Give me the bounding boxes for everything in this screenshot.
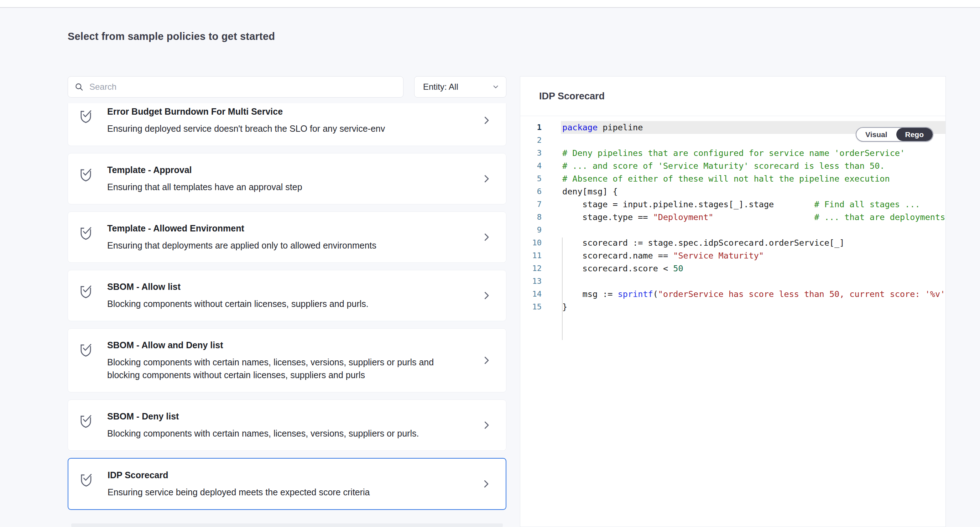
policy-card-title: SBOM - Deny list xyxy=(107,411,463,422)
line-number: 10 xyxy=(520,236,542,249)
policy-card[interactable]: SBOM - Deny list Blocking components wit… xyxy=(68,400,506,451)
rego-code-editor[interactable]: 1package pipeline23# Deny pipelines that… xyxy=(520,116,945,527)
code-line-content: # Deny pipelines that are configured for… xyxy=(561,147,945,159)
line-number: 2 xyxy=(520,134,542,147)
code-line-content xyxy=(561,275,945,288)
policy-card-title: SBOM - Allow and Deny list xyxy=(107,339,463,351)
code-line: 15} xyxy=(520,301,945,314)
chevron-down-icon xyxy=(492,83,500,91)
policy-card-description: Ensuring that deployments are applied on… xyxy=(107,239,440,252)
chevron-right-icon[interactable] xyxy=(481,115,492,126)
toggle-visual-button[interactable]: Visual xyxy=(856,128,896,141)
list-clipped-item-edge xyxy=(71,524,503,527)
shield-check-icon xyxy=(79,413,93,429)
entity-filter-dropdown[interactable]: Entity: All xyxy=(414,76,506,97)
code-line: 8 stage.type == "Deployment" # ... that … xyxy=(520,211,945,224)
policy-card-title: Error Budget Burndown For Multi Service xyxy=(107,106,463,117)
shield-check-icon xyxy=(79,108,93,124)
policy-card-description: Blocking components with certain names, … xyxy=(107,356,440,381)
policy-card[interactable]: Template - Allowed Environment Ensuring … xyxy=(68,212,506,263)
line-number: 12 xyxy=(520,262,542,275)
indent-guide xyxy=(562,237,563,340)
shield-check-icon xyxy=(79,283,93,299)
policy-card-title: Template - Allowed Environment xyxy=(107,223,463,234)
page-title: Select from sample policies to get start… xyxy=(68,30,275,42)
chevron-right-icon[interactable] xyxy=(481,232,492,242)
code-line: 3# Deny pipelines that are configured fo… xyxy=(520,147,945,159)
line-number: 14 xyxy=(520,288,542,301)
code-line-content xyxy=(561,224,945,236)
line-number: 9 xyxy=(520,224,542,236)
line-number: 13 xyxy=(520,275,542,288)
code-line-content: deny[msg] { xyxy=(561,185,945,198)
code-line-content: # Absence of either of these will not ha… xyxy=(561,172,945,185)
top-bar xyxy=(0,0,980,8)
code-line-content: scorecard.score < 50 xyxy=(561,262,945,275)
line-number: 7 xyxy=(520,198,542,211)
line-number: 5 xyxy=(520,172,542,185)
toggle-rego-button[interactable]: Rego xyxy=(896,128,933,141)
code-line-content: stage.type == "Deployment" # ... that ar… xyxy=(561,211,945,224)
line-number: 11 xyxy=(520,249,542,262)
code-line: 4# ... and score of 'Service Maturity' s… xyxy=(520,159,945,172)
search-box[interactable] xyxy=(68,76,404,97)
policy-detail-panel: IDP Scorecard 1package pipeline23# Deny … xyxy=(520,76,946,527)
policy-card[interactable]: Error Budget Burndown For Multi Service … xyxy=(68,103,506,146)
line-number: 1 xyxy=(520,121,542,134)
code-line-content: scorecard := stage.spec.idpScorecard.ord… xyxy=(561,236,945,249)
code-line: 11 scorecard.name == "Service Maturity" xyxy=(520,249,945,262)
code-line: 10 scorecard := stage.spec.idpScorecard.… xyxy=(520,236,945,249)
code-line: 13 xyxy=(520,275,945,288)
policy-card-title: IDP Scorecard xyxy=(108,469,463,481)
policy-card-title: SBOM - Allow list xyxy=(107,281,463,292)
policy-card-description: Ensuring service being deployed meets th… xyxy=(108,486,441,498)
line-number: 3 xyxy=(520,147,542,159)
entity-filter-value: Entity: All xyxy=(423,82,458,92)
line-number: 15 xyxy=(520,301,542,314)
shield-check-icon xyxy=(79,341,93,358)
code-line: 12 scorecard.score < 50 xyxy=(520,262,945,275)
code-line-content: } xyxy=(561,301,945,314)
shield-check-icon xyxy=(79,224,93,241)
code-line: 9 xyxy=(520,224,945,236)
chevron-right-icon[interactable] xyxy=(481,420,492,430)
code-line-content: stage = input.pipeline.stages[_].stage #… xyxy=(561,198,945,211)
policy-card[interactable]: IDP Scorecard Ensuring service being dep… xyxy=(68,458,506,510)
chevron-right-icon[interactable] xyxy=(481,479,492,489)
shield-check-icon xyxy=(79,166,93,183)
chevron-right-icon[interactable] xyxy=(481,174,492,184)
line-number: 4 xyxy=(520,159,542,172)
search-input[interactable] xyxy=(89,81,403,92)
chevron-right-icon[interactable] xyxy=(481,290,492,301)
policy-card-description: Blocking components without certain lice… xyxy=(107,297,440,310)
code-line-content: scorecard.name == "Service Maturity" xyxy=(561,249,945,262)
chevron-right-icon[interactable] xyxy=(481,355,492,366)
panel-header: IDP Scorecard xyxy=(520,76,945,116)
policy-card[interactable]: SBOM - Allow and Deny list Blocking comp… xyxy=(68,328,506,392)
policy-card[interactable]: Template - Approval Ensuring that all te… xyxy=(68,153,506,204)
policy-card-description: Ensuring deployed service doesn't breach… xyxy=(107,122,440,135)
code-line: 6deny[msg] { xyxy=(520,185,945,198)
shield-check-icon xyxy=(79,471,93,488)
code-line: 7 stage = input.pipeline.stages[_].stage… xyxy=(520,198,945,211)
visual-rego-toggle: Visual Rego xyxy=(856,127,933,142)
line-number: 6 xyxy=(520,185,542,198)
policy-card-description: Ensuring that all templates have an appr… xyxy=(107,180,440,193)
code-line-content: msg := sprintf("orderService has score l… xyxy=(561,288,945,301)
policy-card-description: Blocking components with certain names, … xyxy=(107,427,440,440)
policy-card-title: Template - Approval xyxy=(107,164,463,175)
search-icon xyxy=(75,82,84,92)
code-line: 14 msg := sprintf("orderService has scor… xyxy=(520,288,945,301)
policy-card[interactable]: SBOM - Allow list Blocking components wi… xyxy=(68,270,506,321)
code-line-content: # ... and score of 'Service Maturity' sc… xyxy=(561,159,945,172)
panel-title: IDP Scorecard xyxy=(520,76,945,116)
policy-list: Error Budget Burndown For Multi Service … xyxy=(68,103,506,523)
code-line: 5# Absence of either of these will not h… xyxy=(520,172,945,185)
line-number: 8 xyxy=(520,211,542,224)
